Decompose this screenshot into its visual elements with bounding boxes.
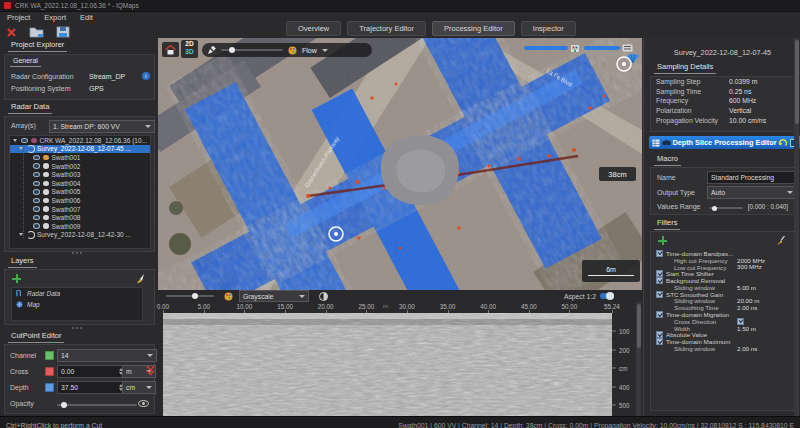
- bscan-gain-slider[interactable]: [166, 295, 214, 297]
- eye-icon[interactable]: [138, 400, 149, 407]
- splitter-handle[interactable]: [72, 252, 86, 254]
- palette-icon[interactable]: [224, 292, 233, 301]
- cross-input[interactable]: 0.00: [57, 365, 127, 378]
- filter-row[interactable]: Time-domain Maximum: [651, 338, 794, 345]
- visibility-icon[interactable]: [33, 215, 40, 221]
- map-view[interactable]: Gracechurch Parkway La Fe Blvd 2D 3D Flo…: [158, 38, 642, 290]
- tree-swath[interactable]: Swath004: [10, 179, 150, 188]
- fan-icon[interactable]: [626, 54, 640, 63]
- visibility-icon[interactable]: [33, 163, 40, 169]
- tree-swath[interactable]: Swath007: [10, 205, 150, 214]
- channel-select[interactable]: 14: [57, 349, 157, 362]
- bscan-radargram[interactable]: [163, 313, 612, 428]
- tree-root[interactable]: CRK WA_2022.12.08_12.06.36 (10...: [10, 136, 150, 145]
- 2d-3d-toggle[interactable]: 2D 3D: [181, 40, 198, 58]
- aspect-toggle[interactable]: [600, 293, 614, 299]
- view-tab[interactable]: Overview: [286, 21, 341, 36]
- filter-row[interactable]: Background Removal: [651, 277, 794, 284]
- save-project-icon[interactable]: [56, 26, 70, 38]
- add-filter-icon[interactable]: [658, 236, 667, 245]
- tab-project-explorer[interactable]: Project Explorer: [8, 40, 67, 52]
- slider-knob[interactable]: [712, 206, 717, 211]
- filters-box: Time-domain Bandpas... High cut Frequenc…: [650, 231, 795, 411]
- visibility-icon[interactable]: [33, 155, 40, 161]
- layer-radar-data[interactable]: Radar Data: [12, 288, 142, 299]
- palette-select[interactable]: Grayscale: [239, 290, 309, 302]
- filter-row[interactable]: Cross Direction: [651, 318, 794, 325]
- tab-layers[interactable]: Layers: [8, 256, 37, 268]
- tree-survey-1[interactable]: Survey_2022-12-08_12-07-45 ...: [10, 145, 150, 154]
- channel-label: Channel: [10, 352, 36, 359]
- tree-swath[interactable]: Swath001: [10, 153, 150, 162]
- visibility-icon[interactable]: [33, 172, 40, 178]
- array-selector[interactable]: 1. Stream DP: 600 VV: [49, 120, 155, 133]
- tab-sampling-details[interactable]: Sampling Details: [654, 62, 716, 74]
- opacity-slider[interactable]: [57, 404, 137, 406]
- pen-icon[interactable]: [208, 46, 216, 54]
- collapse-arrow-icon[interactable]: [13, 139, 17, 142]
- values-range-slider[interactable]: [709, 207, 743, 209]
- tab-macro[interactable]: Macro: [654, 154, 681, 166]
- filter-row[interactable]: Sliding window 20.00 m: [651, 298, 794, 305]
- tab-cutpoint-editor[interactable]: CutPoint Editor: [8, 331, 64, 343]
- slice-opacity-slider[interactable]: [584, 46, 620, 50]
- macro-name-input[interactable]: Standard Processing: [707, 171, 797, 184]
- scrollbar-thumb[interactable]: [795, 40, 799, 124]
- filter-row[interactable]: Sliding window 2.00 ns: [651, 345, 794, 352]
- visibility-icon[interactable]: [33, 206, 40, 212]
- bscan-scrollbar[interactable]: [636, 302, 641, 428]
- depth-input[interactable]: 37.50: [57, 381, 127, 394]
- visibility-icon[interactable]: [21, 138, 28, 144]
- cut-icon[interactable]: [146, 365, 155, 376]
- transparency-slider[interactable]: [221, 49, 283, 51]
- tree-swath[interactable]: Swath008: [10, 213, 150, 222]
- scrollbar-thumb[interactable]: [637, 304, 641, 348]
- contrast-icon[interactable]: [319, 292, 328, 301]
- view-tab[interactable]: Inspector: [521, 21, 576, 36]
- visibility-icon[interactable]: [33, 181, 40, 187]
- brush-icon[interactable]: [135, 273, 146, 284]
- filter-row[interactable]: Time-domain Migration: [651, 311, 794, 318]
- depth-unit-select[interactable]: cm: [122, 381, 156, 394]
- slider-knob[interactable]: [229, 47, 235, 53]
- view-tab[interactable]: Trajectory Editor: [347, 21, 426, 36]
- layer-opacity-slider[interactable]: [524, 46, 568, 50]
- tree-survey-2[interactable]: Survey_2022-12-08_12-42-30 ...: [10, 231, 150, 240]
- visibility-icon[interactable]: [33, 198, 40, 204]
- flow-select-value[interactable]: Flow: [302, 47, 317, 54]
- add-layer-icon[interactable]: [12, 274, 21, 283]
- sampling-value: 600 MHz: [729, 97, 756, 104]
- undo-icon[interactable]: [778, 139, 787, 147]
- depth-slice-editor-bar[interactable]: Depth Slice Processing Editor: [649, 136, 800, 149]
- visibility-icon[interactable]: [33, 189, 40, 195]
- close-project-icon[interactable]: [6, 27, 17, 38]
- tab-general[interactable]: General: [10, 57, 41, 67]
- slider-knob[interactable]: [61, 402, 67, 408]
- tree-swath[interactable]: Swath006: [10, 196, 150, 205]
- menu-item[interactable]: Project: [7, 13, 30, 22]
- visibility-icon[interactable]: [33, 223, 40, 229]
- tab-filters[interactable]: Filters: [654, 218, 680, 230]
- broom-icon[interactable]: [775, 235, 786, 246]
- home-button[interactable]: [162, 42, 179, 57]
- info-icon[interactable]: i: [142, 72, 150, 80]
- tab-radar-data[interactable]: Radar Data: [8, 102, 52, 114]
- output-type-select[interactable]: Auto: [707, 186, 797, 199]
- tree-swath[interactable]: Swath005: [10, 188, 150, 197]
- sampling-label: Sampling Step: [656, 78, 700, 85]
- tree-swath[interactable]: Swath003: [10, 170, 150, 179]
- palette-value: Grayscale: [243, 293, 274, 300]
- chevron-down-icon[interactable]: [322, 49, 328, 52]
- view-tab[interactable]: Processing Editor: [432, 21, 515, 36]
- open-folder-icon[interactable]: [29, 26, 44, 38]
- tree-swath[interactable]: Swath002: [10, 162, 150, 171]
- menu-item[interactable]: Edit: [80, 13, 93, 22]
- filter-row[interactable]: STC Smoothed Gain: [651, 291, 794, 298]
- palette-icon[interactable]: [288, 46, 297, 55]
- splitter-handle[interactable]: [72, 327, 86, 329]
- layer-map[interactable]: Map: [12, 299, 142, 310]
- tree-swath[interactable]: Swath009: [10, 222, 150, 231]
- panel-scrollbar[interactable]: [794, 38, 799, 416]
- menu-item[interactable]: Export: [44, 13, 66, 22]
- slider-knob[interactable]: [192, 293, 198, 299]
